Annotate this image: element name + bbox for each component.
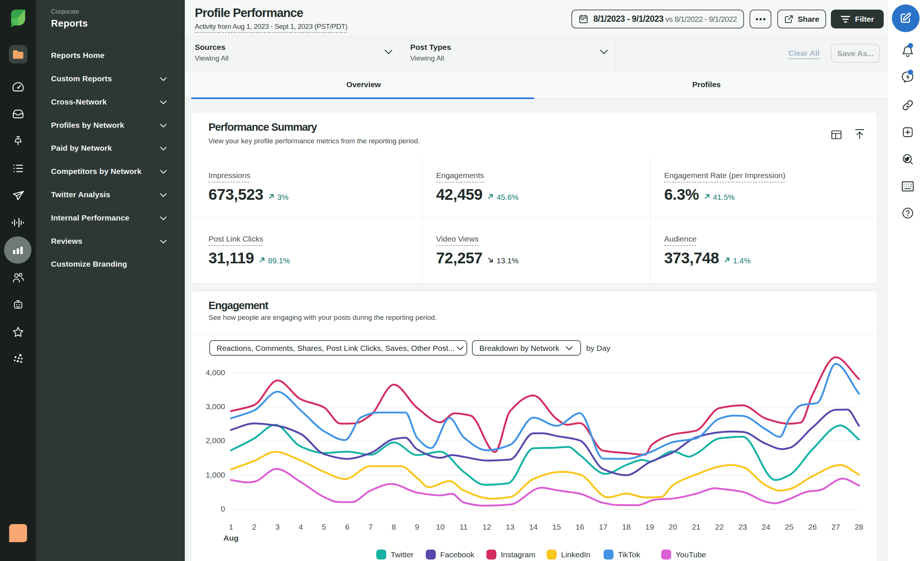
svg-text:25: 25: [785, 523, 794, 531]
svg-text:9: 9: [415, 523, 420, 531]
svg-text:24: 24: [762, 523, 771, 531]
svg-text:6: 6: [345, 523, 350, 531]
svg-text:5: 5: [322, 523, 326, 531]
svg-text:18: 18: [622, 523, 630, 531]
svg-text:17: 17: [599, 523, 607, 531]
svg-text:13: 13: [506, 523, 514, 531]
svg-text:7: 7: [369, 523, 373, 531]
svg-text:2: 2: [252, 523, 256, 531]
svg-text:1: 1: [229, 523, 233, 531]
svg-text:23: 23: [738, 523, 747, 531]
svg-text:11: 11: [459, 523, 468, 531]
svg-text:20: 20: [669, 523, 677, 531]
svg-text:1,000: 1,000: [206, 471, 225, 479]
svg-text:10: 10: [436, 523, 445, 531]
svg-text:28: 28: [855, 523, 863, 531]
svg-text:Aug: Aug: [224, 534, 239, 542]
svg-text:4,000: 4,000: [206, 368, 225, 377]
svg-text:3,000: 3,000: [206, 402, 225, 411]
svg-text:19: 19: [645, 523, 654, 531]
svg-text:21: 21: [692, 523, 700, 531]
svg-text:27: 27: [832, 523, 840, 531]
svg-text:4: 4: [298, 523, 303, 531]
svg-text:16: 16: [576, 523, 584, 531]
svg-text:12: 12: [483, 523, 491, 531]
svg-text:26: 26: [808, 523, 817, 531]
svg-text:22: 22: [715, 523, 724, 531]
svg-text:15: 15: [552, 523, 561, 531]
svg-text:0: 0: [220, 504, 225, 513]
svg-text:14: 14: [529, 523, 538, 531]
svg-text:3: 3: [275, 523, 280, 531]
svg-text:2,000: 2,000: [206, 436, 225, 445]
svg-text:8: 8: [392, 523, 396, 531]
